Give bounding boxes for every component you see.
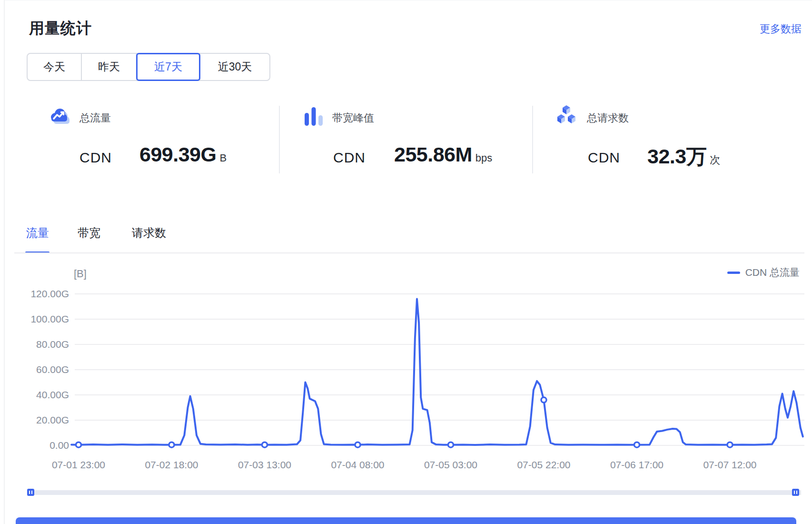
usage-chart-canvas[interactable]: 0.0020.00G40.00G60.00G80.00G100.00G120.0… <box>0 257 812 481</box>
cloud-traffic-icon <box>48 105 71 130</box>
stat-product-cdn: CDN <box>333 150 366 166</box>
stat-value-number: 32.3万 <box>647 143 706 171</box>
data-point-marker <box>541 397 546 403</box>
stat-value-total-requests: 32.3万 次 <box>647 143 720 171</box>
y-axis-tick-label: 40.00G <box>36 389 69 400</box>
data-point-marker <box>76 442 81 447</box>
stats-divider <box>532 106 533 173</box>
range-tab-last-7-days[interactable]: 近7天 <box>137 54 200 80</box>
stat-product-cdn: CDN <box>79 150 112 166</box>
requests-cubes-icon <box>555 104 578 130</box>
stat-value-number: 699.39G <box>139 143 216 166</box>
more-data-link[interactable]: 更多数据 <box>760 22 802 36</box>
data-point-marker <box>448 442 454 447</box>
series-line-cdn-total-traffic <box>71 299 803 445</box>
tabs-divider <box>14 252 804 253</box>
x-axis-tick-label: 07-05 03:00 <box>424 459 477 470</box>
page-title: 用量统计 <box>29 18 92 39</box>
datazoom-track[interactable] <box>28 490 801 495</box>
stat-value-number: 255.86M <box>394 143 472 166</box>
data-point-marker <box>634 442 640 447</box>
stat-value-unit: bps <box>475 152 492 164</box>
x-axis-tick-label: 07-06 17:00 <box>610 459 663 470</box>
x-axis-tick-label: 07-03 13:00 <box>238 459 291 470</box>
stat-value-unit: B <box>219 152 227 164</box>
usage-statistics-panel: 用量统计 更多数据 今天 昨天 近7天 近30天 总流量 CDN 699.39G… <box>0 0 812 524</box>
stat-value-unit: 次 <box>710 153 720 167</box>
x-axis-tick-label: 07-05 22:00 <box>517 459 570 470</box>
stat-label-peak-bandwidth: 带宽峰值 <box>332 111 374 125</box>
y-axis-tick-label: 60.00G <box>36 364 69 375</box>
y-axis-tick-label: 100.00G <box>30 313 69 324</box>
data-point-marker <box>727 442 733 447</box>
stat-label-total-traffic: 总流量 <box>79 111 111 125</box>
data-point-marker <box>169 442 174 447</box>
date-range-tabs: 今天 昨天 近7天 近30天 <box>27 53 270 81</box>
stat-value-peak-bandwidth: 255.86M bps <box>394 143 492 166</box>
range-tab-last-30-days[interactable]: 近30天 <box>200 54 269 80</box>
tab-bandwidth[interactable]: 带宽 <box>78 225 100 241</box>
range-tab-today[interactable]: 今天 <box>28 54 82 80</box>
data-point-marker <box>262 442 267 447</box>
y-axis-tick-label: 80.00G <box>36 339 69 350</box>
stats-divider <box>279 106 280 173</box>
bottom-blue-bar[interactable] <box>16 517 796 524</box>
x-axis-tick-label: 07-02 18:00 <box>145 459 198 470</box>
datazoom-right-handle[interactable] <box>792 489 799 496</box>
stat-product-cdn: CDN <box>588 150 620 166</box>
stat-label-total-requests: 总请求数 <box>587 111 629 125</box>
x-axis-tick-label: 07-07 12:00 <box>703 459 756 470</box>
range-tab-yesterday[interactable]: 昨天 <box>82 54 137 80</box>
datazoom-left-handle[interactable] <box>27 489 34 496</box>
bandwidth-bars-icon <box>303 105 324 130</box>
stat-value-total-traffic: 699.39G B <box>139 143 227 166</box>
panel-top-border <box>4 0 812 0</box>
x-axis-tick-label: 07-01 23:00 <box>52 459 105 470</box>
tab-traffic[interactable]: 流量 <box>26 225 49 241</box>
x-axis-tick-label: 07-04 08:00 <box>331 459 384 470</box>
data-point-marker <box>355 442 360 447</box>
y-axis-tick-label: 20.00G <box>36 414 69 425</box>
tab-requests[interactable]: 请求数 <box>132 225 166 241</box>
y-axis-tick-label: 120.00G <box>30 288 69 299</box>
y-axis-tick-label: 0.00 <box>50 440 69 451</box>
